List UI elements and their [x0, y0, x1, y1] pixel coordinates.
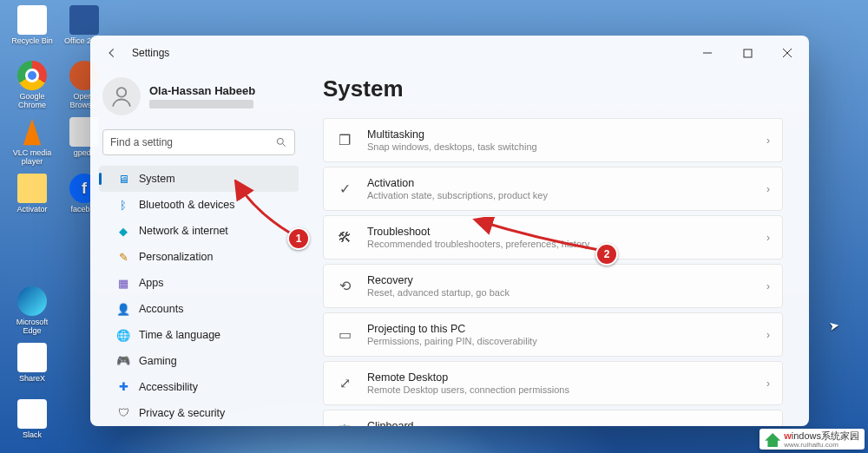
nav-icon: ▦: [116, 276, 130, 290]
chevron-right-icon: ›: [766, 378, 770, 390]
card-subtitle: Permissions, pairing PIN, discoverabilit…: [367, 336, 753, 346]
card-icon: ▭: [336, 326, 353, 344]
card-icon: ⟲: [336, 278, 353, 295]
card-title: Clipboard: [367, 420, 753, 426]
maximize-icon: [743, 49, 753, 58]
card-subtitle: Recommended troubleshooters, preferences…: [367, 239, 753, 249]
user-name: Ola-Hassan Habeeb: [149, 84, 255, 97]
desktop-icon-label: Slack: [10, 430, 54, 439]
window-title: Settings: [132, 47, 169, 59]
card-subtitle: Snap windows, desktops, task switching: [367, 141, 753, 152]
desktop-icon-recycle-bin[interactable]: Recycle Bin: [10, 5, 54, 45]
user-block[interactable]: Ola-Hassan Habeeb: [99, 70, 299, 128]
search-placeholder: Find a setting: [110, 136, 173, 148]
desktop-icon-activator[interactable]: Activator: [10, 174, 54, 213]
house-icon: [765, 433, 780, 447]
chevron-right-icon: ›: [766, 232, 770, 244]
sidebar-item-personalization[interactable]: ✎Personalization: [99, 244, 299, 270]
annotation-badge-2: 2: [595, 243, 618, 266]
annotation-badge-1: 1: [287, 227, 310, 250]
watermark-url: www.ruihaifu.com: [784, 442, 859, 449]
settings-card-recovery[interactable]: ⟲RecoveryReset, advanced startup, go bac…: [323, 264, 783, 308]
close-button[interactable]: [767, 36, 807, 70]
sidebar-item-gaming[interactable]: 🎮Gaming: [99, 348, 299, 374]
desktop-icon-label: ShareX: [10, 374, 54, 383]
svg-line-4: [283, 144, 286, 147]
desktop-icon-vlc-media-player[interactable]: VLC media player: [10, 117, 54, 166]
maximize-button[interactable]: [727, 36, 767, 70]
settings-card-multitasking[interactable]: ❐MultitaskingSnap windows, desktops, tas…: [323, 118, 783, 162]
desktop-icon-label: VLC media player: [10, 148, 54, 166]
sidebar-item-bluetooth-devices[interactable]: ᛒBluetooth & devices: [99, 192, 299, 218]
minimize-button[interactable]: [687, 36, 727, 70]
card-subtitle: Reset, advanced startup, go back: [367, 287, 753, 298]
card-title: Multitasking: [367, 128, 753, 141]
sidebar-item-privacy-security[interactable]: 🛡Privacy & security: [99, 400, 299, 426]
desktop-icon-sharex[interactable]: ShareX: [10, 343, 54, 383]
card-title: Activation: [367, 177, 753, 189]
desktop-icon-microsoft-edge[interactable]: Microsoft Edge: [10, 286, 54, 335]
desktop-icon-label: Google Chrome: [10, 92, 54, 109]
nav-icon: 🛡: [116, 406, 130, 420]
user-email-redacted: [149, 100, 253, 108]
sidebar-item-label: Apps: [139, 277, 164, 289]
settings-card-activation[interactable]: ✓ActivationActivation state, subscriptio…: [323, 167, 783, 211]
sidebar-item-system[interactable]: 🖥System: [99, 166, 299, 192]
chevron-right-icon: ›: [766, 329, 770, 341]
close-icon: [782, 48, 792, 58]
card-title: Remote Desktop: [367, 371, 753, 384]
folder-icon: [17, 174, 47, 203]
nav-icon: ◆: [116, 224, 130, 238]
desktop-icon-google-chrome[interactable]: Google Chrome: [10, 61, 54, 109]
back-button[interactable]: [102, 43, 122, 62]
search-icon: [275, 136, 287, 148]
sidebar-item-label: Accounts: [139, 303, 183, 315]
chrome-icon: [17, 61, 47, 90]
nav-icon: ✚: [116, 380, 130, 394]
card-title: Recovery: [367, 274, 753, 286]
cursor-icon: ➤: [828, 318, 841, 333]
search-input[interactable]: Find a setting: [102, 129, 295, 155]
sidebar-item-time-language[interactable]: 🌐Time & language: [99, 322, 299, 348]
minimize-icon: [702, 48, 713, 58]
sidebar: Ola-Hassan Habeeb Find a setting 🖥System…: [90, 70, 302, 426]
nav-icon: 🎮: [116, 354, 130, 368]
card-title: Troubleshoot: [367, 226, 753, 238]
arrow-left-icon: [106, 47, 118, 59]
desktop-icon-label: Recycle Bin: [10, 36, 54, 45]
sidebar-item-apps[interactable]: ▦Apps: [99, 270, 299, 296]
settings-card-projecting-to-this-pc[interactable]: ▭Projecting to this PCPermissions, pairi…: [323, 312, 783, 357]
sidebar-item-accessibility[interactable]: ✚Accessibility: [99, 374, 299, 400]
nav-icon: ᛒ: [116, 198, 130, 212]
svg-point-3: [277, 138, 283, 144]
avatar: [102, 77, 141, 115]
sidebar-item-network-internet[interactable]: ◆Network & internet: [99, 218, 299, 244]
card-icon: 🛠: [336, 229, 353, 246]
titlebar: Settings: [90, 36, 809, 70]
desktop-icon-slack[interactable]: Slack: [10, 399, 54, 439]
card-icon: ⤢: [336, 375, 353, 392]
nav-icon: 🌐: [116, 328, 130, 342]
desktop-icon-label: Activator: [10, 205, 54, 213]
settings-window: Settings Ola: [90, 36, 809, 426]
main-panel: System ❐MultitaskingSnap windows, deskto…: [302, 70, 809, 426]
sidebar-item-label: Accessibility: [139, 381, 198, 393]
settings-card-remote-desktop[interactable]: ⤢Remote DesktopRemote Desktop users, con…: [323, 361, 783, 405]
desktop-icon-label: Microsoft Edge: [10, 318, 54, 335]
sharex-icon: [17, 343, 47, 372]
sidebar-item-label: Time & language: [139, 329, 220, 341]
svg-rect-1: [744, 49, 752, 57]
page-title: System: [323, 76, 783, 102]
bin-icon: [17, 5, 47, 35]
sidebar-item-label: System: [139, 173, 175, 185]
sidebar-item-label: Gaming: [139, 355, 177, 367]
settings-card-clipboard[interactable]: 📋ClipboardCut and copy history, sync, cl…: [323, 410, 783, 426]
sidebar-item-label: Personalization: [139, 251, 213, 263]
settings-card-troubleshoot[interactable]: 🛠TroubleshootRecommended troubleshooters…: [323, 215, 783, 259]
card-icon: 📋: [336, 423, 353, 427]
chevron-right-icon: ›: [766, 183, 770, 195]
sidebar-item-accounts[interactable]: 👤Accounts: [99, 296, 299, 322]
nav-icon: 🖥: [116, 172, 130, 186]
chevron-right-icon: ›: [766, 426, 770, 427]
edge-icon: [17, 286, 47, 316]
